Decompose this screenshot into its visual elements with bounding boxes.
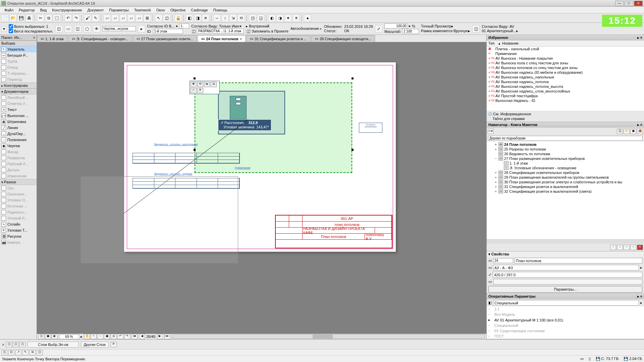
fill-tool[interactable]: ▦Штриховка [0, 119, 37, 125]
zoom-prev-icon[interactable]: ◐ [52, 334, 58, 339]
zoomwin-icon[interactable]: ▣ [104, 334, 110, 339]
tab[interactable]: ▭27 План размещения освети... [133, 35, 197, 42]
tab[interactable]: ▭28 Спецификация освещети... [311, 35, 375, 42]
open-icon[interactable]: 📂 [9, 14, 17, 22]
tool-item[interactable]: ·Переход [0, 76, 37, 82]
tool-item[interactable]: ·Отметка У... [0, 101, 37, 107]
qt5-icon[interactable]: ⧉ [30, 350, 36, 355]
favorite-item[interactable]: ↙A1AV Выносная надпись (ID мебели и обор… [487, 70, 644, 75]
tab[interactable]: ▭Э. Спецификация - освещен... [68, 35, 132, 42]
id-input[interactable] [179, 23, 189, 28]
horizontal-scrollbar[interactable] [172, 334, 485, 339]
selection-check[interactable] [9, 24, 13, 28]
sequence-check[interactable] [9, 29, 13, 33]
close-icon[interactable]: × [33, 36, 35, 40]
menu-файл[interactable]: Файл [2, 7, 16, 13]
hotspot-tool[interactable]: ✕Узловая Т... [0, 227, 37, 233]
arrow-icon[interactable]: ↖ [155, 14, 162, 22]
favorite-item[interactable]: ↙A1AV Выносная надпись_потолок [487, 79, 644, 84]
nav-delete-icon[interactable]: ✕ [637, 245, 643, 250]
snap1-icon[interactable]: ▱ [103, 14, 111, 22]
trace3-icon[interactable]: ✕ [202, 14, 209, 22]
quickopt-item[interactable]: ▸AV 01 Архитектурный М 1:100 (все 0,01) [487, 317, 644, 323]
nav-pub-icon[interactable]: 📤 [637, 129, 643, 134]
layer-refresh-icon[interactable]: ⟳ [111, 342, 117, 347]
lb1-icon[interactable]: ◫ [6, 342, 12, 347]
prop-id[interactable] [493, 258, 513, 263]
3d2-icon[interactable]: ◲ [257, 14, 264, 22]
preview-icon[interactable]: ◫ [472, 25, 480, 33]
menu-документ[interactable]: Документ [85, 7, 107, 13]
tool-item[interactable]: ·Труба [0, 58, 37, 64]
tree-item[interactable]: +▭32 Спецификация розеток и выключателей… [487, 189, 643, 194]
page-last-icon[interactable]: ⏭ [164, 334, 170, 339]
pen-icon[interactable]: ✎ [92, 14, 99, 22]
tree-item[interactable]: ▫Э. Условные обозначения - освещение [487, 166, 643, 170]
page-first-icon[interactable]: ⏮ [131, 334, 138, 339]
nav-new4-icon[interactable]: ▫ [630, 245, 636, 250]
snap5-icon[interactable]: ▱ [136, 14, 143, 22]
menu-конструирование[interactable]: Конструирование [49, 7, 85, 13]
qo-combo[interactable] [493, 300, 639, 306]
canvas[interactable]: ✥ ⟲ ⇋ ⇲ ✓ ✕ ↗ Расстояние 312,9 Угловая в… [37, 42, 486, 334]
tree-item[interactable]: +▭25 Разрезы по потолкам [487, 147, 643, 152]
tool-item[interactable]: ·Деталь [0, 167, 37, 173]
qt4-icon[interactable]: ✎ [22, 350, 29, 355]
tab[interactable]: ▭31 Спецификация розеток и ... [246, 35, 311, 42]
tool-item[interactable]: ·Угловое О... [0, 197, 37, 203]
pet-mirror-icon[interactable]: ⇋ [204, 82, 210, 87]
tree-item[interactable]: ▭26 Ведомость по потолкам [487, 152, 643, 156]
layer-icon[interactable]: ◫ [55, 25, 63, 33]
favorite-item[interactable]: ↙A1AV Выносная надпись_напольные [487, 75, 644, 79]
snap2-icon[interactable]: ▱ [111, 14, 119, 22]
print-icon[interactable]: 🖶 [25, 14, 33, 22]
qt6-icon[interactable]: ◫ [37, 350, 43, 355]
quickopt-item[interactable]: ▫01 Существующее состояние [487, 328, 644, 334]
tree-item[interactable]: +▭30 План размещения розеток электро и с… [487, 180, 643, 184]
pet-rotate-icon[interactable]: ⟲ [197, 82, 203, 87]
nav-hscroll[interactable] [487, 239, 644, 244]
favorite-item[interactable]: AПримечания [487, 51, 644, 56]
menu-помощь[interactable]: Помощь [211, 7, 230, 13]
menu-редактор[interactable]: Редактор [16, 7, 37, 13]
menu-параметры[interactable]: Параметры [106, 7, 131, 13]
zoom-fit-icon[interactable]: ▣ [45, 334, 51, 339]
drawing-tool[interactable]: ▣Чертеж [0, 143, 37, 149]
tree-item[interactable]: +▭31 Спецификация розеток и выключателей [487, 184, 643, 189]
object-icon[interactable]: ◫ [163, 14, 170, 22]
save-icon[interactable]: 💾 [17, 14, 25, 22]
quickopt-item[interactable]: ▫Специальный [487, 323, 644, 328]
qt2-icon[interactable]: ⊡ [8, 350, 14, 355]
favorite-item[interactable]: ↙A1AV Выноска потолков со спец текстом д… [487, 65, 644, 70]
trace2-icon[interactable]: ◨ [194, 14, 201, 22]
layer2-icon[interactable]: ▭ [65, 25, 72, 33]
text-tool[interactable]: AТекст [0, 107, 37, 113]
scale-ratio[interactable] [402, 29, 419, 34]
cut-icon[interactable]: ✂ [37, 14, 44, 22]
snap3-icon[interactable]: ▱ [119, 14, 127, 22]
nav-layout-icon[interactable]: ▣ [630, 129, 636, 134]
pet-stretch-icon[interactable]: ⇲ [211, 82, 217, 87]
favorite-item[interactable]: ↙A1AV Выносная надпись_слои_многослойных [487, 89, 644, 94]
zoomout-icon[interactable]: − [97, 334, 103, 339]
minimize-button[interactable]: — [615, 1, 624, 6]
tool-item[interactable]: ·Линейный ... [0, 95, 37, 101]
menu-окно[interactable]: Окно [154, 7, 168, 13]
zoomall-icon[interactable]: ◎ [111, 334, 117, 339]
favorite-item[interactable]: ↙A1AV Выносная надпись_потолок_высота [487, 84, 644, 89]
lb3-icon[interactable]: ◫ [19, 342, 25, 347]
line-tool[interactable]: ╱Линия [0, 125, 37, 131]
params-button[interactable]: Параметры... [488, 286, 642, 293]
figure-tool[interactable]: 🖼Рисунок [0, 233, 37, 239]
drawing-link-input[interactable] [102, 26, 136, 31]
render1-icon[interactable]: ◐ [268, 14, 276, 22]
prop-name[interactable] [515, 258, 642, 263]
paste-icon[interactable]: 📋 [53, 14, 60, 22]
trace1-icon[interactable]: ◧ [186, 14, 193, 22]
3d1-icon[interactable]: ◳ [249, 14, 256, 22]
zoomfwd-icon[interactable]: ↷ [124, 334, 130, 339]
snap6-icon[interactable]: ⊞ [144, 14, 151, 22]
dim1-icon[interactable]: ↔ [213, 14, 221, 22]
pet-ok-icon[interactable]: ✓ [191, 88, 197, 93]
nav-view-icon[interactable]: 📁 [624, 129, 630, 134]
